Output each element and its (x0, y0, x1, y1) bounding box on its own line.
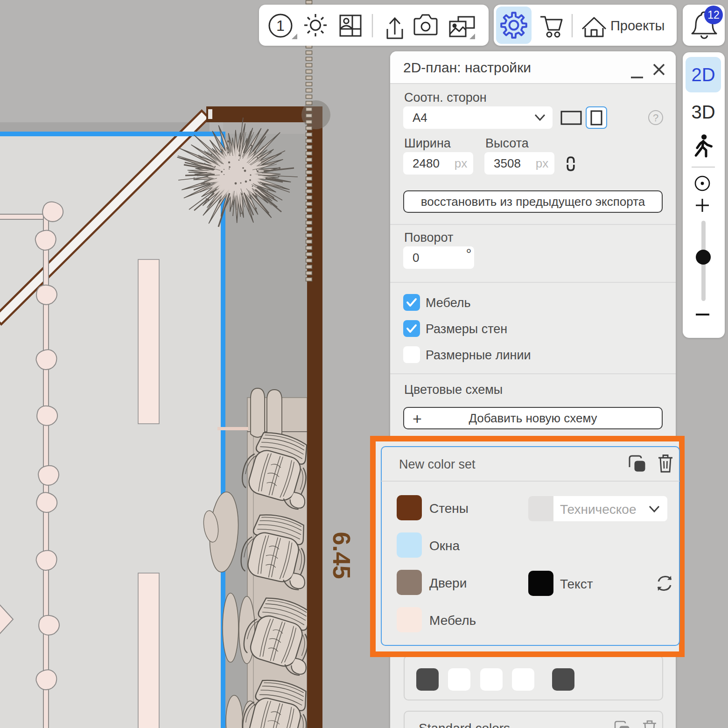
svg-text:6.45: 6.45 (328, 532, 355, 579)
svg-text:1: 1 (276, 17, 285, 34)
svg-text:Проекты: Проекты (610, 18, 665, 33)
svg-text:12: 12 (707, 9, 720, 21)
